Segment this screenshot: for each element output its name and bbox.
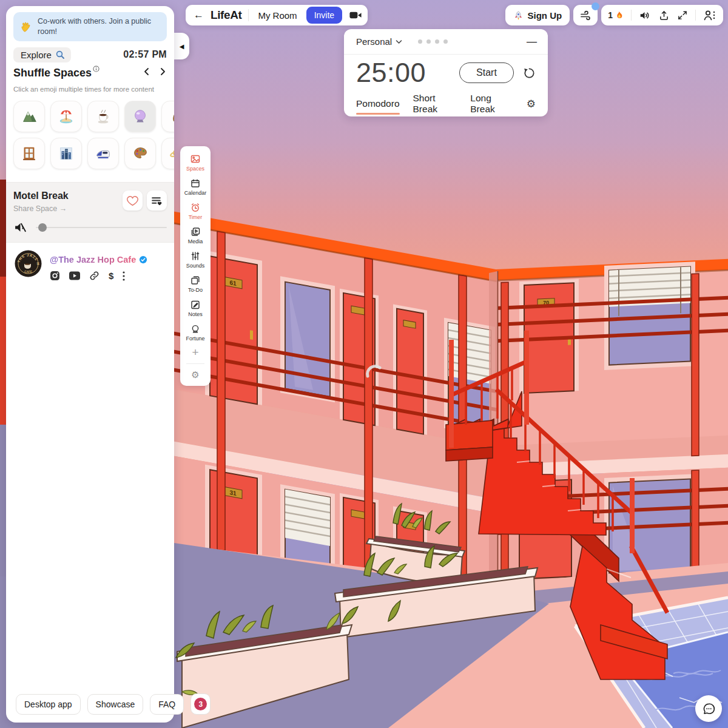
rail-label: Media (188, 238, 203, 244)
search-icon (55, 50, 65, 59)
mute-button[interactable] (13, 221, 27, 234)
beach-umbrella-icon (57, 107, 75, 126)
timer-profile-label: Personal (356, 36, 392, 47)
banner-text: Co-work with others. Join a public room! (38, 16, 161, 37)
top-navigation-bar: ← LifeAt My Room Invite (186, 5, 368, 25)
media-play-icon (190, 226, 201, 237)
showcase-button[interactable]: Showcase (87, 694, 144, 715)
instagram-icon[interactable] (50, 271, 60, 281)
timer-settings-button[interactable]: ⚙ (527, 98, 536, 115)
emoji-tile-squirrel[interactable] (161, 101, 174, 132)
fullscreen-button[interactable] (677, 10, 688, 21)
fire-icon (615, 10, 624, 21)
desktop-app-button[interactable]: Desktop app (16, 694, 81, 715)
invite-button[interactable]: Invite (306, 7, 342, 24)
rail-item-notes[interactable]: Notes (180, 296, 211, 320)
playlist-heart-icon (151, 195, 163, 206)
volume-slider[interactable] (36, 227, 167, 228)
my-room-link[interactable]: My Room (255, 10, 299, 21)
tab-short-break[interactable]: Short Break (413, 93, 457, 120)
cowork-banner[interactable]: Co-work with others. Join a public room! (13, 12, 167, 41)
notifications-button[interactable]: 3 (190, 693, 211, 715)
streak-button[interactable]: 1 (608, 10, 624, 21)
cityscape-icon (57, 144, 75, 163)
share-button[interactable] (658, 10, 670, 21)
explore-button[interactable]: Explore (13, 47, 71, 62)
rail-settings-button[interactable]: ⚙ (180, 367, 211, 383)
rail-item-calendar[interactable]: Calendar (180, 175, 211, 199)
timer-restart-button[interactable] (523, 67, 536, 79)
waving-hand-icon (19, 20, 32, 33)
space-title: Motel Break (13, 190, 69, 201)
quick-actions-group: 1 (601, 5, 723, 25)
faq-button[interactable]: FAQ (150, 694, 184, 715)
emoji-tile-mountain[interactable] (13, 101, 45, 132)
rail-item-fortune[interactable]: Fortune (180, 320, 211, 345)
rail-item-timer[interactable]: Timer (180, 199, 211, 223)
tab-pomodoro[interactable]: Pomodoro (356, 98, 400, 115)
crystal-ball-icon (131, 107, 149, 126)
rail-label: Sounds (186, 263, 205, 269)
emoji-tile-coffee[interactable] (87, 101, 119, 132)
tips-icon[interactable]: $ (109, 271, 113, 281)
timer-display: 25:00 (356, 57, 426, 89)
sidebar-collapse-handle[interactable]: ◀ (174, 33, 189, 59)
shuffle-prev-button[interactable] (143, 67, 151, 76)
back-button[interactable]: ← (194, 9, 204, 21)
rail-item-sounds[interactable]: Sounds (180, 248, 211, 272)
emoji-tile-artist-palette[interactable] (124, 138, 156, 169)
rail-label: Fortune (186, 335, 204, 342)
rail-add-button[interactable]: + (180, 345, 211, 360)
shuffle-next-button[interactable] (158, 67, 167, 76)
youtube-icon[interactable] (69, 271, 80, 280)
emoji-tile-cityscape[interactable] (50, 138, 82, 169)
emoji-tile-beach-umbrella[interactable] (50, 101, 82, 132)
chat-button[interactable] (695, 695, 722, 722)
svg-text:31: 31 (229, 489, 237, 497)
verified-badge-icon (139, 255, 147, 264)
volume-slider-knob[interactable] (38, 223, 47, 232)
pomodoro-timer-widget: Personal — 25:00 Start Pomodoro Short Br… (344, 29, 548, 116)
info-icon[interactable] (93, 66, 99, 72)
heart-icon (127, 195, 138, 206)
share-space-link[interactable]: Share Space → (13, 204, 69, 213)
creator-handle[interactable]: @The Jazz Hop Cafe (50, 255, 136, 265)
more-menu-icon[interactable] (123, 271, 125, 281)
rail-item-spaces[interactable]: Spaces (180, 150, 211, 175)
tab-long-break[interactable]: Long Break (470, 93, 513, 120)
lifeat-logo[interactable]: LifeAt (211, 8, 241, 22)
coffee-icon (94, 107, 112, 126)
speaker-muted-icon (13, 221, 27, 234)
video-camera-icon (349, 9, 362, 21)
expand-arrows-icon (677, 10, 688, 21)
sliders-icon (190, 251, 201, 261)
rail-item-media[interactable]: Media (180, 223, 211, 248)
divider (631, 10, 632, 21)
chevron-down-icon (396, 39, 402, 44)
creator-avatar[interactable]: THE JAZZ HOP CAFE (15, 250, 42, 277)
notification-badge: 3 (194, 698, 207, 710)
emoji-tile-window[interactable] (13, 138, 45, 169)
rail-label: Notes (188, 311, 203, 317)
timer-profile-dropdown[interactable]: Personal (356, 36, 402, 47)
crystal-ball-icon (190, 323, 201, 334)
volume-button[interactable] (639, 10, 651, 21)
emoji-tile-crystal-ball[interactable] (124, 101, 156, 132)
restart-icon (523, 67, 536, 79)
sign-up-button[interactable]: Sign Up (505, 5, 570, 25)
timer-start-button[interactable]: Start (459, 62, 514, 83)
rail-item-todo[interactable]: To-Do (180, 272, 211, 296)
favorite-button[interactable] (123, 190, 143, 211)
emoji-tile-ringed-planet[interactable] (161, 138, 174, 169)
mountain-icon (20, 107, 38, 126)
video-camera-button[interactable] (349, 9, 362, 21)
window-icon (20, 144, 38, 163)
timer-minimize-button[interactable]: — (527, 36, 537, 47)
focus-wind-button[interactable] (573, 5, 598, 25)
timer-pager-dots[interactable] (418, 39, 448, 44)
participants-button[interactable] (703, 9, 716, 21)
emoji-tile-bullet-train[interactable] (87, 138, 119, 169)
participants-icon (703, 9, 716, 21)
playlist-button[interactable] (147, 190, 167, 211)
link-icon[interactable] (89, 271, 99, 281)
